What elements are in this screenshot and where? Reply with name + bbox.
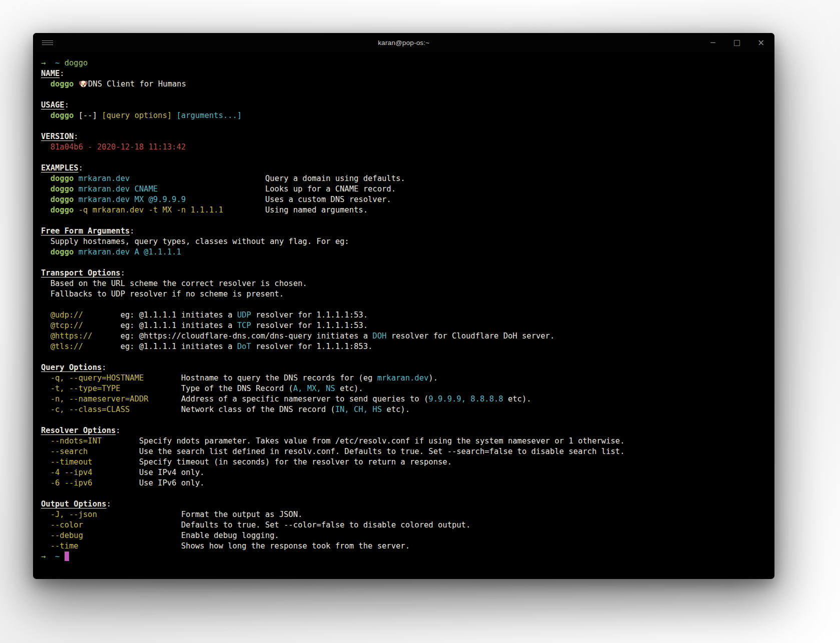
close-icon: × — [757, 38, 764, 48]
terminal-line: doggo [--] [query options] [arguments...… — [41, 110, 766, 121]
terminal-line: Resolver Options: — [41, 426, 766, 436]
maximize-button[interactable]: □ — [732, 39, 741, 46]
terminal-line — [41, 488, 766, 499]
terminal-line: doggo mrkaran.dev CNAME Looks up for a C… — [41, 184, 766, 194]
terminal-line: Supply hostnames, query types, classes w… — [41, 236, 766, 247]
terminal-line: --timeout Specify timeout (in seconds) f… — [41, 457, 766, 468]
minimize-button[interactable]: − — [708, 39, 717, 46]
terminal-line: -n, --nameserver=ADDR Address of a speci… — [41, 394, 766, 404]
terminal-line: EXAMPLES: — [41, 163, 766, 174]
terminal-line: doggo 🐶DNS Client for Humans — [41, 79, 766, 90]
terminal-line: -q, --query=HOSTNAME Hostname to query t… — [41, 373, 766, 384]
terminal-line: doggo mrkaran.dev Query a domain using d… — [41, 174, 766, 184]
terminal-line: -t, --type=TYPE Type of the DNS Record (… — [41, 384, 766, 394]
terminal-line: Query Options: — [41, 362, 766, 373]
terminal-line: --ndots=INT Specify ndots parameter. Tak… — [41, 436, 766, 446]
terminal-line: --color Defaults to true. Set --color=fa… — [41, 520, 766, 530]
terminal-line: --search Use the search list defined in … — [41, 446, 766, 457]
terminal-line — [41, 216, 766, 226]
titlebar[interactable]: karan@pop-os:~ − □ × — [33, 33, 774, 52]
terminal-line: NAME: — [41, 68, 766, 79]
terminal-line: @tls:// eg: @1.1.1.1 initiates a DoT res… — [41, 342, 766, 352]
terminal-line: Free Form Arguments: — [41, 226, 766, 236]
terminal-line: Based on the URL scheme the correct reso… — [41, 278, 766, 289]
terminal-line: VERSION: — [41, 132, 766, 142]
terminal-line: doggo -q mrkaran.dev -t MX -n 1.1.1.1 Us… — [41, 205, 766, 216]
close-button[interactable]: × — [756, 38, 765, 47]
terminal-line: Transport Options: — [41, 268, 766, 278]
terminal-line — [41, 258, 766, 268]
terminal-line: doggo mrkaran.dev A @1.1.1.1 — [41, 247, 766, 258]
terminal-line: @https:// eg: @https://cloudflare-dns.co… — [41, 331, 766, 342]
terminal-line: Fallbacks to UDP resolver if no scheme i… — [41, 289, 766, 300]
terminal-line: 81a04b6 - 2020-12-18 11:13:42 — [41, 142, 766, 152]
minimize-icon: − — [710, 38, 716, 47]
terminal-line: USAGE: — [41, 100, 766, 110]
hamburger-menu-icon[interactable] — [42, 40, 53, 46]
terminal-line: → ~ doggo — [41, 58, 766, 68]
terminal-line — [41, 300, 766, 310]
terminal-window: karan@pop-os:~ − □ × → ~ doggoNAME: dogg… — [33, 33, 774, 579]
terminal-line — [41, 90, 766, 100]
terminal-line: -4 --ipv4 Use IPv4 only. — [41, 468, 766, 478]
terminal-output[interactable]: → ~ doggoNAME: doggo 🐶DNS Client for Hum… — [33, 52, 774, 579]
terminal-line: -J, --json Format the output as JSON. — [41, 510, 766, 520]
terminal-line: @tcp:// eg: @1.1.1.1 initiates a TCP res… — [41, 320, 766, 331]
terminal-line: @udp:// eg: @1.1.1.1 initiates a UDP res… — [41, 310, 766, 320]
terminal-line: --time Shows how long the response took … — [41, 541, 766, 552]
terminal-line: -6 --ipv6 Use IPv6 only. — [41, 478, 766, 488]
terminal-line — [41, 352, 766, 362]
terminal-line: -c, --class=CLASS Network class of the D… — [41, 404, 766, 415]
terminal-line: Output Options: — [41, 499, 766, 510]
terminal-cursor — [65, 552, 69, 561]
terminal-line — [41, 415, 766, 426]
terminal-line: doggo mrkaran.dev MX @9.9.9.9 Uses a cus… — [41, 194, 766, 205]
terminal-line: --debug Enable debug logging. — [41, 530, 766, 541]
maximize-icon: □ — [733, 38, 740, 47]
window-title: karan@pop-os:~ — [378, 39, 429, 46]
terminal-line — [41, 152, 766, 163]
terminal-line: → ~ — [41, 552, 766, 562]
terminal-line — [41, 121, 766, 132]
